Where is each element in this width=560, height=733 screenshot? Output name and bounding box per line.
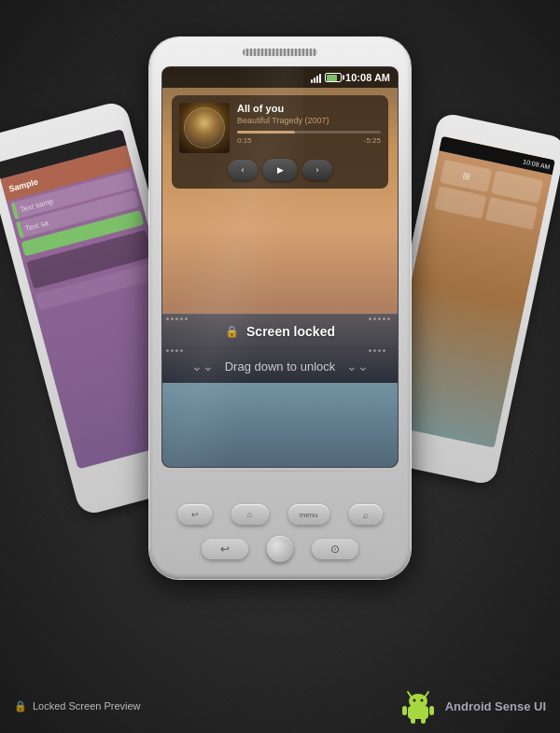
- status-time: 10:08 AM: [345, 72, 390, 83]
- svg-point-3: [413, 699, 415, 702]
- signal-bar-3: [316, 76, 318, 83]
- svg-rect-5: [408, 706, 428, 719]
- status-bar: 10:08 AM: [162, 67, 398, 88]
- progress-times: 0:15 -5:25: [237, 136, 381, 145]
- search-icon: ⌕: [363, 510, 369, 520]
- search-button[interactable]: ⌕: [349, 504, 383, 525]
- screen-locked-text: Screen locked: [246, 324, 335, 339]
- footer-lock-icon: 🔒: [14, 700, 27, 712]
- dot-pattern-left: [162, 314, 195, 383]
- trackball[interactable]: [267, 536, 293, 562]
- main-phone: 10:08 AM All of you Beautiful Tragedy (2…: [149, 37, 411, 579]
- bg-right-time: 10:08 AM: [523, 158, 551, 170]
- screen-locked-bar: 🔒 Screen locked: [162, 314, 398, 349]
- dot: [171, 349, 174, 352]
- dot: [387, 317, 390, 320]
- music-info: All of you Beautiful Tragedy (2007) 0:15…: [237, 103, 381, 145]
- dot: [171, 317, 174, 320]
- dot: [180, 317, 183, 320]
- signal-icon: [311, 72, 321, 83]
- progress-bar-fill: [237, 131, 295, 134]
- back-button[interactable]: ↩: [178, 504, 212, 525]
- signal-bar-2: [314, 78, 315, 83]
- dot: [383, 349, 385, 352]
- bg-left-item-text-1: Text samp: [16, 196, 54, 214]
- music-widget[interactable]: All of you Beautiful Tragedy (2007) 0:15…: [172, 95, 388, 189]
- screen-wallpaper: 10:08 AM All of you Beautiful Tragedy (2…: [162, 67, 398, 467]
- phone-icon: ↩: [220, 543, 230, 556]
- footer: 🔒 Locked Screen Preview Android Sense UI: [0, 688, 560, 724]
- player-controls: ‹ ▶ ›: [179, 159, 381, 181]
- svg-rect-7: [429, 706, 434, 715]
- lock-bar: 🔒 Screen locked: [162, 314, 398, 383]
- music-album: Beautiful Tragedy (2007): [237, 116, 381, 125]
- dot: [185, 317, 188, 320]
- prev-button[interactable]: ‹: [228, 160, 258, 180]
- dot: [383, 317, 385, 320]
- signal-bar-1: [311, 79, 313, 83]
- svg-rect-9: [421, 717, 426, 724]
- home-button[interactable]: ⌂: [231, 504, 269, 525]
- signal-bar-4: [319, 74, 321, 83]
- svg-rect-6: [402, 706, 407, 715]
- play-button[interactable]: ▶: [263, 159, 297, 181]
- progress-bar-container[interactable]: [237, 131, 381, 134]
- dot: [378, 349, 381, 352]
- music-widget-inner: All of you Beautiful Tragedy (2007) 0:15…: [179, 103, 381, 153]
- lock-icon: 🔒: [225, 325, 239, 338]
- brand-label: Android Sense UI: [445, 699, 546, 713]
- search-small-icon: ⊙: [330, 543, 340, 556]
- screen-container: 10:08 AM All of you Beautiful Tragedy (2…: [162, 67, 398, 467]
- bg-left-title: Sample: [7, 176, 39, 193]
- album-art: [179, 103, 230, 153]
- android-logo-icon: [399, 688, 438, 724]
- speaker-grille: [243, 49, 317, 56]
- bg-right-icon-4: [485, 197, 538, 230]
- next-button[interactable]: ›: [302, 160, 332, 180]
- bg-left-item-text-2: Text sa: [21, 218, 49, 233]
- battery-icon: [325, 73, 342, 82]
- dot: [378, 317, 381, 320]
- dot: [373, 317, 376, 320]
- dot: [369, 349, 371, 352]
- dot: [166, 317, 169, 320]
- bg-right-icon-3: [434, 186, 486, 218]
- svg-point-4: [420, 699, 423, 702]
- phone-shell: 10:08 AM All of you Beautiful Tragedy (2…: [149, 37, 411, 579]
- footer-right: Android Sense UI: [399, 688, 546, 724]
- svg-rect-8: [411, 717, 415, 724]
- dot: [180, 349, 183, 352]
- dot: [166, 349, 169, 352]
- drag-down-bar[interactable]: ⌄⌄ Drag down to unlock ⌄⌄: [162, 349, 398, 383]
- drag-down-text: Drag down to unlock: [225, 359, 336, 374]
- time-remaining: -5:25: [364, 136, 381, 145]
- menu-button[interactable]: menu: [288, 504, 329, 525]
- dot: [175, 317, 178, 320]
- trackball-right-btn[interactable]: ⊙: [312, 539, 358, 559]
- dot: [373, 349, 376, 352]
- time-current: 0:15: [237, 136, 252, 145]
- trackball-left-btn[interactable]: ↩: [202, 539, 248, 559]
- phone-divider: [162, 471, 398, 472]
- music-title: All of you: [237, 103, 381, 114]
- dot: [175, 349, 178, 352]
- dot-pattern-right: [365, 314, 398, 383]
- dot: [369, 317, 371, 320]
- footer-label: Locked Screen Preview: [33, 700, 141, 712]
- battery-fill: [327, 75, 337, 81]
- trackball-area: ↩ ⊙: [149, 536, 411, 562]
- footer-left: 🔒 Locked Screen Preview: [14, 700, 141, 712]
- hardware-buttons: ↩ ⌂ menu ⌕: [168, 504, 392, 525]
